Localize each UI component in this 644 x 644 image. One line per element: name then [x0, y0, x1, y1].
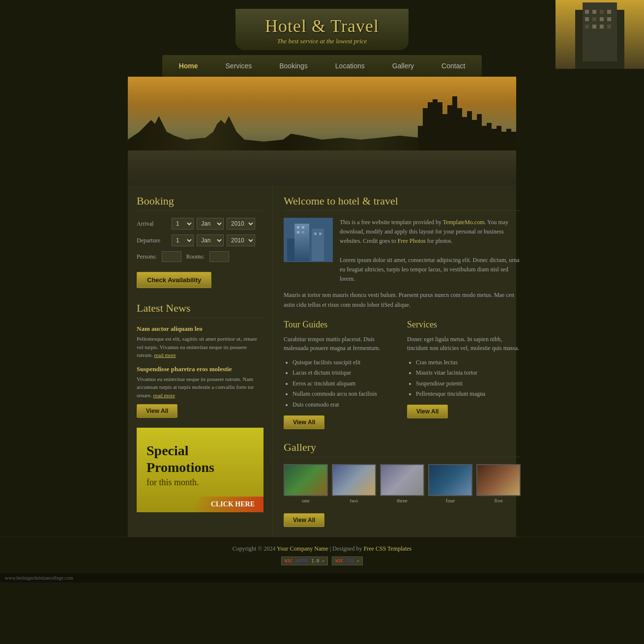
news-item-2: Suspendisse pharetra eros molestie Vivam… — [137, 365, 263, 400]
persons-input[interactable] — [162, 251, 181, 262]
header: Hotel & Travel The best service at the l… — [0, 0, 644, 55]
site-subtitle: The best service at the lowest price — [265, 37, 379, 45]
rooms-label: Rooms: — [186, 253, 205, 261]
list-item: Mauris vitae lacinia tortor — [416, 368, 521, 379]
nav-home[interactable]: Home — [165, 55, 212, 77]
promotions-box[interactable]: Special Promotions for this month. CLICK… — [137, 428, 263, 512]
arrival-day-select[interactable]: 123 — [172, 218, 194, 230]
arrival-row: Arrival 123 JanFebMar 20102011 — [137, 218, 263, 230]
news-title-2: Suspendisse pharetra eros molestie — [137, 365, 263, 373]
tour-guides-section: Tour Guides Curabitur tempor mattis plac… — [284, 320, 397, 429]
building-decoration — [556, 0, 644, 69]
list-item: Pellentesque tincidunt magna — [416, 389, 521, 400]
departure-label: Departure — [137, 237, 169, 244]
gallery-item-1[interactable]: one — [284, 464, 328, 503]
list-item: Cras metus lectus — [416, 357, 521, 368]
tour-guides-heading: Tour Guides — [284, 320, 397, 330]
svg-rect-9 — [600, 17, 604, 21]
xhtml-badge: W3C XHTML 1.0 ✓ — [281, 556, 328, 565]
click-here-banner[interactable]: CLICK HERE — [191, 497, 263, 512]
free-photos-link[interactable]: Free Photos — [398, 237, 426, 244]
nav-locations[interactable]: Locations — [322, 55, 379, 77]
nav-bookings[interactable]: Bookings — [265, 55, 322, 77]
gallery-thumb-5 — [476, 464, 521, 496]
svg-rect-8 — [592, 17, 596, 21]
gallery-label-5: five — [494, 498, 502, 503]
bottom-url: www.heritagechristiancollege.com — [5, 575, 73, 581]
news-view-all-button[interactable]: View All — [137, 404, 177, 418]
departure-row: Departure 123 JanFebMar 20102011 — [137, 234, 263, 246]
list-item: Quisque facilisis suscipit elit — [293, 357, 397, 368]
left-column: Booking Arrival 123 JanFebMar 20102011 — [128, 185, 273, 537]
gallery-heading: Gallery — [284, 441, 521, 457]
nav-wrap: Home Services Bookings Locations Gallery… — [162, 55, 482, 77]
footer-text: Copyright © 2024 Your Company Name | Des… — [8, 545, 636, 553]
svg-rect-12 — [592, 25, 596, 29]
site-title: Hotel & Travel — [265, 16, 379, 36]
bottom-bar: www.heritagechristiancollege.com — [0, 573, 644, 583]
departure-month-select[interactable]: JanFebMar — [197, 234, 224, 246]
hero-image — [128, 77, 516, 185]
read-more-1[interactable]: read more — [154, 352, 176, 358]
copyright-text: Copyright © 2024 — [233, 545, 276, 552]
svg-rect-16 — [294, 224, 309, 262]
header-inner: Hotel & Travel The best service at the l… — [235, 9, 409, 50]
gallery-view-all-button[interactable]: View All — [284, 513, 324, 527]
main-nav: Home Services Bookings Locations Gallery… — [162, 55, 482, 77]
promo-heading: Special Promotions — [146, 442, 254, 475]
departure-day-select[interactable]: 123 — [172, 234, 194, 246]
css-badge: W3C CSS ✓ — [332, 556, 363, 565]
two-col-section: Tour Guides Curabitur tempor mattis plac… — [284, 320, 521, 429]
news-title-1: Nam auctor aliquam leo — [137, 325, 263, 333]
svg-rect-10 — [607, 17, 611, 21]
news-item-1: Nam auctor aliquam leo Pellentesque est … — [137, 325, 263, 359]
svg-rect-21 — [297, 231, 299, 234]
services-section: Services Donec eget ligula metus. In sap… — [407, 320, 521, 429]
svg-rect-22 — [302, 231, 304, 234]
svg-rect-20 — [302, 226, 304, 229]
promo-sub: for this month. — [146, 477, 254, 488]
persons-label: Persons: — [137, 253, 157, 261]
services-list: Cras metus lectus Mauris vitae lacinia t… — [416, 357, 521, 400]
booking-section: Booking Arrival 123 JanFebMar 20102011 — [137, 195, 263, 288]
welcome-text-block: This is a free website template provided… — [340, 218, 521, 284]
footer: Copyright © 2024 Your Company Name | Des… — [0, 537, 644, 573]
booking-heading: Booking — [137, 195, 263, 211]
services-view-all-button[interactable]: View All — [407, 405, 448, 418]
arrival-year-select[interactable]: 20102011 — [227, 218, 255, 230]
tour-guides-view-all-button[interactable]: View All — [284, 415, 324, 429]
svg-rect-24 — [319, 233, 322, 235]
svg-rect-6 — [607, 10, 611, 14]
latest-news-section: Latest News Nam auctor aliquam leo Pelle… — [137, 302, 263, 418]
gallery-label-1: one — [302, 498, 310, 503]
nav-contact[interactable]: Contact — [428, 55, 479, 77]
read-more-2[interactable]: read more — [153, 392, 175, 398]
main-wrapper: Booking Arrival 123 JanFebMar 20102011 — [128, 185, 516, 537]
welcome-image — [284, 218, 333, 262]
company-name-link[interactable]: Your Company Name — [277, 545, 328, 552]
gallery-item-5[interactable]: five — [476, 464, 521, 503]
svg-rect-14 — [607, 25, 611, 29]
svg-rect-19 — [297, 226, 299, 229]
news-text-2: Vivamus eu enimvitae neque its posuere r… — [137, 375, 263, 400]
gallery-row: one two three four — [284, 464, 521, 503]
templatemo-link[interactable]: TemplateMo.com — [443, 219, 485, 226]
gallery-item-2[interactable]: two — [332, 464, 376, 503]
content-area: Booking Arrival 123 JanFebMar 20102011 — [128, 185, 516, 537]
nav-services[interactable]: Services — [212, 55, 266, 77]
services-heading: Services — [407, 320, 521, 330]
nav-gallery[interactable]: Gallery — [379, 55, 428, 77]
rooms-input[interactable] — [209, 251, 229, 262]
gallery-item-3[interactable]: three — [380, 464, 424, 503]
welcome-full-text: Mauris at tortor non mauris rhoncu vesti… — [284, 291, 521, 309]
gallery-item-4[interactable]: four — [428, 464, 472, 503]
css-templates-link[interactable]: Free CSS Templates — [364, 545, 412, 552]
svg-rect-13 — [600, 25, 604, 29]
gallery-thumb-1 — [284, 464, 328, 496]
departure-year-select[interactable]: 20102011 — [227, 234, 255, 246]
list-item: Nullam commodo arcu non facilisis — [293, 389, 397, 400]
arrival-month-select[interactable]: JanFebMar — [197, 218, 224, 230]
svg-rect-23 — [314, 233, 317, 235]
check-availability-button[interactable]: Check Availability — [137, 272, 211, 288]
tour-guides-list: Quisque facilisis suscipit elit Lacus et… — [293, 357, 397, 410]
